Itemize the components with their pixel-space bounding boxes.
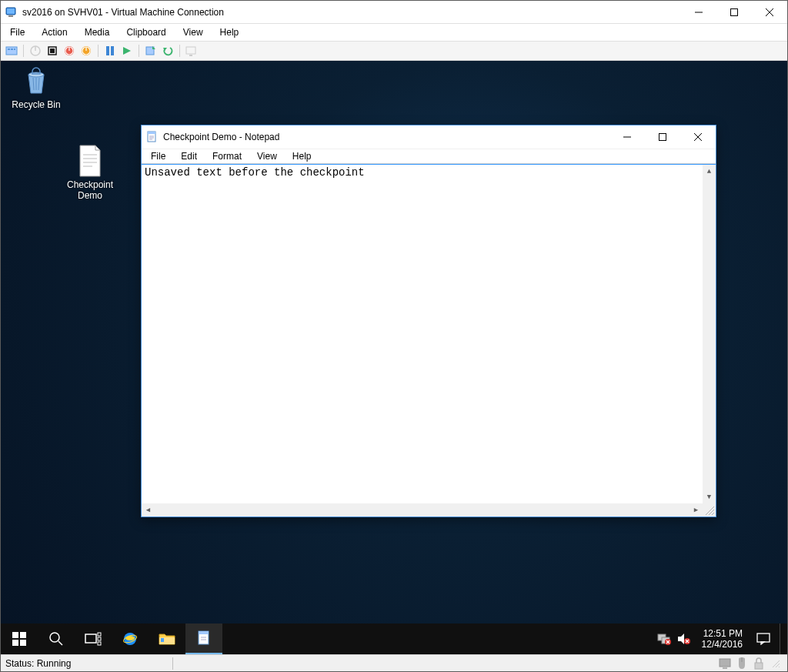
show-desktop-button[interactable] [780,624,784,654]
toolbar-separator [98,45,98,57]
text-file-icon [75,145,105,176]
vmconnect-icon [5,6,18,18]
host-statusbar: Status: Running [1,654,787,671]
scroll-down-icon[interactable]: ▼ [703,490,716,503]
svg-rect-51 [98,642,101,645]
start-button[interactable] [28,43,43,59]
svg-marker-65 [678,634,684,644]
svg-rect-10 [14,48,15,50]
svg-rect-55 [161,638,164,642]
svg-rect-27 [189,55,192,56]
host-maximize-button[interactable] [716,1,752,24]
taskbar-time: 12:51 PM [702,628,743,639]
guest-taskbar: 12:51 PM 12/4/2016 [1,624,787,654]
toolbar-separator [179,45,180,57]
svg-rect-1 [7,8,15,14]
notepad-menu-view[interactable]: View [254,149,280,163]
svg-rect-34 [148,132,155,134]
host-close-button[interactable] [752,1,787,24]
action-center-icon[interactable] [753,632,773,646]
notepad-menu-file[interactable]: File [148,149,169,163]
svg-line-47 [58,641,62,645]
revert-button[interactable] [160,43,175,59]
host-menubar: File Action Media Clipboard View Help [1,24,787,41]
svg-rect-39 [659,134,666,141]
scroll-left-icon[interactable]: ◀ [142,503,155,517]
host-title-text: sv2016 on SVHV01 - Virtual Machine Conne… [22,7,224,18]
status-text: Status: Running [5,658,71,669]
desktop-icon-label: Checkpoint Demo [67,179,113,201]
reset-button[interactable] [119,43,135,59]
notepad-close-button[interactable] [680,125,716,149]
svg-point-46 [50,633,59,642]
svg-rect-50 [98,637,101,640]
shutdown-button[interactable] [62,43,77,59]
status-lock-icon [752,657,766,670]
svg-rect-8 [8,48,10,50]
svg-rect-72 [723,667,727,669]
desktop-icon-checkpoint-demo[interactable]: Checkpoint Demo [59,145,121,201]
host-minimize-button[interactable] [681,1,716,24]
svg-rect-57 [199,631,209,634]
svg-rect-45 [20,640,26,646]
search-button[interactable] [38,624,75,654]
svg-rect-48 [85,634,96,643]
scroll-up-icon[interactable]: ▲ [703,165,716,178]
toolbar-separator [23,45,24,57]
host-menu-clipboard[interactable]: Clipboard [123,25,169,39]
svg-rect-7 [6,47,17,55]
status-resize-grip[interactable] [769,657,783,670]
notepad-content: Unsaved text before the checkpoint [145,166,365,179]
pause-button[interactable] [102,43,118,59]
status-display-icon [718,657,732,670]
taskbar-file-explorer[interactable] [149,624,185,654]
checkpoint-button[interactable] [143,43,159,59]
notepad-titlebar[interactable]: Checkpoint Demo - Notepad [142,125,716,149]
ctrl-alt-del-button[interactable] [4,43,19,59]
desktop-icon-recycle-bin[interactable]: Recycle Bin [5,65,67,110]
notepad-minimize-button[interactable] [609,125,645,149]
taskbar-clock[interactable]: 12:51 PM 12/4/2016 [697,628,747,650]
host-menu-file[interactable]: File [7,25,28,39]
svg-marker-70 [761,642,764,644]
svg-rect-43 [20,632,26,638]
task-view-button[interactable] [75,624,112,654]
svg-rect-4 [731,8,738,15]
svg-rect-42 [12,632,18,638]
notepad-vertical-scrollbar[interactable]: ▲ ▼ [703,165,716,503]
svg-rect-44 [12,640,18,646]
enhanced-session-button[interactable] [184,43,199,59]
notepad-text-area[interactable]: Unsaved text before the checkpoint ▲ ▼ ◀… [142,164,716,517]
turn-off-button[interactable] [45,43,60,59]
notepad-window: Checkpoint Demo - Notepad File Edit [141,125,716,517]
svg-rect-14 [50,48,55,53]
network-icon[interactable] [657,632,671,646]
taskbar-internet-explorer[interactable] [112,624,149,654]
svg-point-28 [28,72,44,77]
host-menu-media[interactable]: Media [82,25,113,39]
desktop-icon-label: Recycle Bin [12,99,60,110]
notepad-menu-help[interactable]: Help [289,149,315,163]
host-menu-action[interactable]: Action [38,25,70,39]
save-button[interactable] [78,43,94,59]
svg-rect-71 [720,659,730,667]
notepad-menu-edit[interactable]: Edit [178,149,200,163]
vm-desktop[interactable]: Recycle Bin Checkpoint Demo [1,61,787,654]
host-menu-help[interactable]: Help [217,25,242,39]
svg-rect-21 [106,46,109,55]
scroll-right-icon[interactable]: ▶ [690,503,703,517]
notepad-resize-grip[interactable] [703,503,716,517]
taskbar-notepad[interactable] [185,624,222,654]
host-toolbar [1,41,787,61]
notepad-maximize-button[interactable] [645,125,680,149]
host-menu-view[interactable]: View [180,25,206,39]
volume-icon[interactable] [677,632,691,646]
svg-rect-9 [11,48,13,50]
notepad-menubar: File Edit Format View Help [142,149,716,164]
notepad-horizontal-scrollbar[interactable]: ◀ ▶ [142,503,703,517]
host-titlebar[interactable]: sv2016 on SVHV01 - Virtual Machine Conne… [1,1,787,24]
start-menu-button[interactable] [1,624,38,654]
notepad-menu-format[interactable]: Format [209,149,245,163]
svg-rect-2 [8,15,13,17]
vmconnect-window: sv2016 on SVHV01 - Virtual Machine Conne… [0,0,788,672]
